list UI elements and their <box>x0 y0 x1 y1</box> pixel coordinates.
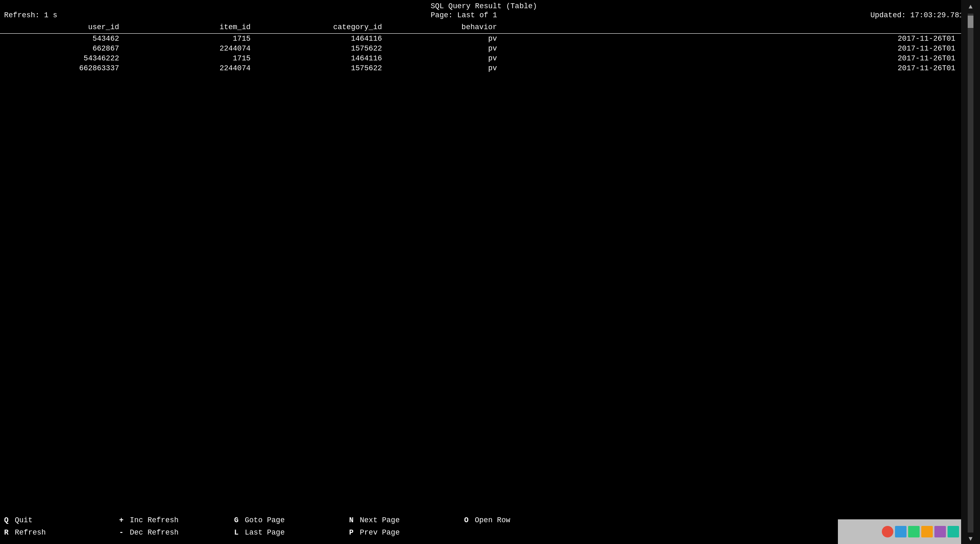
header: SQL Query Result (Table) Refresh: 1 s Pa… <box>0 0 968 34</box>
col-header-timestamp <box>509 23 968 31</box>
footer-section-1: Q Quit R Refresh <box>4 514 119 539</box>
footer-prev-page[interactable]: P Prev Page <box>349 526 464 539</box>
title-row: SQL Query Result (Table) <box>0 0 968 11</box>
cell-item_id: 1715 <box>131 54 263 62</box>
taskbar-icon-3[interactable] <box>908 526 920 537</box>
desc-open-row: Open Row <box>475 514 510 527</box>
page-label: Page: Last of 1 <box>430 11 497 19</box>
taskbar-icon-2[interactable] <box>895 526 906 537</box>
scrollbar[interactable]: ▲ ▼ <box>961 0 980 544</box>
col-header-behavior: behavior <box>394 23 509 31</box>
cell-behavior: pv <box>394 44 509 53</box>
desc-dec-refresh: Dec Refresh <box>130 526 179 539</box>
cell-user_id: 543462 <box>0 35 131 43</box>
cell-item_id: 1715 <box>131 35 263 43</box>
table-row: 662867 2244074 1575622 pv 2017-11-26T01 <box>0 44 980 53</box>
footer-goto-page[interactable]: G Goto Page <box>234 514 349 527</box>
footer-next-page[interactable]: N Next Page <box>349 514 464 527</box>
cell-timestamp: 2017-11-26T01 <box>509 35 980 43</box>
cell-timestamp: 2017-11-26T01 <box>509 64 980 72</box>
desc-refresh: Refresh <box>15 526 46 539</box>
footer-section-4: N Next Page P Prev Page <box>349 514 464 539</box>
desc-quit: Quit <box>15 514 32 527</box>
refresh-label: Refresh: 1 s <box>4 11 58 19</box>
scroll-track[interactable] <box>968 14 973 532</box>
footer-section-3: G Goto Page L Last Page <box>234 514 349 539</box>
main-container: SQL Query Result (Table) Refresh: 1 s Pa… <box>0 0 980 544</box>
table-row: 662863337 2244074 1575622 pv 2017-11-26T… <box>0 63 980 73</box>
key-g: G <box>234 514 242 527</box>
footer-open-row[interactable]: O Open Row <box>464 514 579 527</box>
cell-category_id: 1464116 <box>263 54 394 62</box>
desc-goto-page: Goto Page <box>245 514 285 527</box>
key-minus: - <box>119 526 127 539</box>
table-row: 543462 1715 1464116 pv 2017-11-26T01 <box>0 34 980 44</box>
key-n: N <box>349 514 357 527</box>
table-header: user_id item_id category_id behavior <box>0 21 968 34</box>
cell-timestamp: 2017-11-26T01 <box>509 54 980 62</box>
desc-next-page: Next Page <box>360 514 400 527</box>
info-row: Refresh: 1 s Page: Last of 1 Updated: 17… <box>0 11 968 21</box>
desc-prev-page: Prev Page <box>360 526 400 539</box>
footer-last-page[interactable]: L Last Page <box>234 526 349 539</box>
cell-behavior: pv <box>394 54 509 62</box>
col-header-user_id: user_id <box>0 23 131 31</box>
desc-inc-refresh: Inc Refresh <box>130 514 179 527</box>
window-title: SQL Query Result (Table) <box>430 2 537 10</box>
footer-section-2: + Inc Refresh - Dec Refresh <box>119 514 234 539</box>
desc-last-page: Last Page <box>245 526 285 539</box>
key-l: L <box>234 526 242 539</box>
footer-section-5: O Open Row <box>464 514 579 527</box>
taskbar-icon-4[interactable] <box>921 526 933 537</box>
key-p: P <box>349 526 357 539</box>
col-header-category_id: category_id <box>263 23 394 31</box>
col-header-item_id: item_id <box>131 23 263 31</box>
footer-quit[interactable]: Q Quit <box>4 514 119 527</box>
table-row: 54346222 1715 1464116 pv 2017-11-26T01 <box>0 53 980 63</box>
taskbar-icon-5[interactable] <box>934 526 946 537</box>
footer-bar: Q Quit R Refresh + Inc Refresh - Dec Ref… <box>0 509 961 544</box>
key-q: Q <box>4 514 12 527</box>
cell-behavior: pv <box>394 64 509 72</box>
cell-user_id: 54346222 <box>0 54 131 62</box>
cell-timestamp: 2017-11-26T01 <box>509 44 980 53</box>
cell-item_id: 2244074 <box>131 64 263 72</box>
footer-refresh[interactable]: R Refresh <box>4 526 119 539</box>
scroll-thumb[interactable] <box>968 16 973 28</box>
data-table: 543462 1715 1464116 pv 2017-11-26T01 662… <box>0 34 980 73</box>
key-o: O <box>464 514 472 527</box>
cell-behavior: pv <box>394 35 509 43</box>
cell-user_id: 662863337 <box>0 64 131 72</box>
taskbar-icons <box>838 519 961 544</box>
cell-category_id: 1575622 <box>263 44 394 53</box>
taskbar-icon-6[interactable] <box>948 526 959 537</box>
scroll-down-arrow[interactable]: ▼ <box>968 534 973 544</box>
footer-dec-refresh[interactable]: - Dec Refresh <box>119 526 234 539</box>
cell-category_id: 1464116 <box>263 35 394 43</box>
cell-category_id: 1575622 <box>263 64 394 72</box>
taskbar-icon-1[interactable] <box>882 526 893 537</box>
key-plus: + <box>119 514 127 527</box>
footer-inc-refresh[interactable]: + Inc Refresh <box>119 514 234 527</box>
key-r: R <box>4 526 12 539</box>
cell-user_id: 662867 <box>0 44 131 53</box>
scroll-up-arrow[interactable]: ▲ <box>968 2 973 12</box>
cell-item_id: 2244074 <box>131 44 263 53</box>
updated-label: Updated: 17:03:29.781 <box>870 11 964 19</box>
